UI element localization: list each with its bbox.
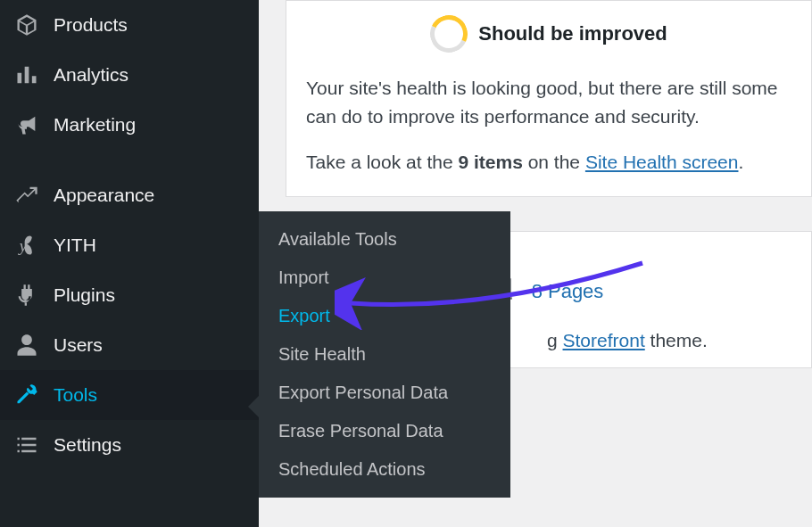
- sidebar-item-label: Plugins: [54, 284, 115, 306]
- analytics-icon: [12, 61, 41, 89]
- admin-sidebar: Products Analytics Marketing Appearance …: [0, 0, 259, 527]
- sidebar-item-label: Marketing: [54, 114, 136, 136]
- site-health-item-count: 9 items: [458, 152, 522, 172]
- sidebar-item-label: Analytics: [54, 64, 128, 86]
- sidebar-item-users[interactable]: Users: [0, 320, 259, 370]
- appearance-icon: [12, 181, 41, 210]
- plugins-icon: [12, 281, 41, 309]
- svg-text:y: y: [18, 236, 28, 255]
- site-health-cta: Take a look at the 9 items on the Site H…: [306, 148, 791, 177]
- submenu-item-export[interactable]: Export: [259, 297, 510, 335]
- sidebar-item-yith[interactable]: y YITH: [0, 220, 259, 270]
- sidebar-item-analytics[interactable]: Analytics: [0, 50, 259, 100]
- sidebar-item-label: Products: [54, 14, 128, 36]
- sidebar-item-label: Settings: [54, 434, 121, 456]
- submenu-item-available-tools[interactable]: Available Tools: [259, 220, 510, 259]
- submenu-item-erase-personal-data[interactable]: Erase Personal Data: [259, 412, 510, 450]
- pages-link[interactable]: 8 Pages: [532, 280, 604, 303]
- submenu-item-site-health[interactable]: Site Health: [259, 335, 510, 374]
- site-health-widget: Should be improved Your site's health is…: [286, 0, 812, 197]
- sidebar-item-marketing[interactable]: Marketing: [0, 100, 259, 150]
- marketing-icon: [12, 111, 41, 139]
- sidebar-item-label: YITH: [54, 235, 96, 256]
- yith-icon: y: [12, 231, 41, 259]
- site-health-header: Should be improved: [306, 1, 791, 72]
- site-health-status: Should be improved: [478, 22, 667, 45]
- products-icon: [12, 11, 41, 39]
- site-health-screen-link[interactable]: Site Health screen: [585, 152, 739, 172]
- sidebar-item-label: Users: [54, 334, 103, 356]
- theme-link[interactable]: Storefront: [563, 330, 645, 350]
- submenu-item-export-personal-data[interactable]: Export Personal Data: [259, 374, 510, 412]
- submenu-item-scheduled-actions[interactable]: Scheduled Actions: [259, 450, 510, 489]
- site-health-ring-icon: [425, 10, 473, 58]
- submenu-item-import[interactable]: Import: [259, 259, 510, 297]
- tools-submenu: Available Tools Import Export Site Healt…: [259, 211, 510, 498]
- sidebar-item-plugins[interactable]: Plugins: [0, 270, 259, 320]
- sidebar-item-tools[interactable]: Tools: [0, 370, 259, 420]
- sidebar-item-appearance[interactable]: Appearance: [0, 170, 259, 220]
- settings-icon: [12, 431, 41, 459]
- users-icon: [12, 331, 41, 359]
- sidebar-item-products[interactable]: Products: [0, 0, 259, 50]
- menu-separator: [0, 150, 259, 170]
- site-health-description: Your site's health is looking good, but …: [306, 74, 791, 130]
- sidebar-item-settings[interactable]: Settings: [0, 420, 259, 470]
- sidebar-item-label: Tools: [54, 384, 97, 406]
- sidebar-item-label: Appearance: [54, 185, 154, 206]
- tools-icon: [12, 381, 41, 409]
